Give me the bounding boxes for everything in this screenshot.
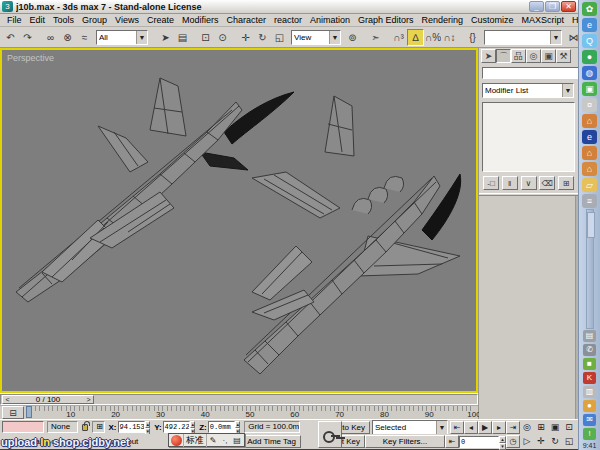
ime-punctuation-icon[interactable]: ·, [219, 436, 231, 445]
dock-shortcut-icon[interactable]: ≡ [582, 194, 597, 208]
dock-scroll-track[interactable] [586, 209, 594, 329]
menu-item[interactable]: Graph Editors [354, 15, 418, 25]
z-spinner[interactable]: ▴▾ [235, 421, 240, 433]
perspective-viewport[interactable]: Perspective [0, 48, 478, 393]
dock-shortcut-icon[interactable]: e [582, 130, 597, 144]
track-bar-slider[interactable] [26, 406, 32, 418]
tray-icon[interactable]: ▤ [583, 330, 596, 342]
next-frame-button[interactable]: ▸ [492, 421, 506, 434]
tray-icon[interactable]: K [583, 372, 596, 384]
menu-item[interactable]: Tools [49, 15, 78, 25]
dock-shortcut-icon[interactable]: ✿ [582, 2, 597, 16]
zoom-all-button[interactable]: ⊞ [534, 421, 548, 434]
percent-snap-toggle-button[interactable]: ∩% [424, 29, 441, 46]
go-to-start-button-2[interactable]: ⇤ [445, 435, 459, 448]
menu-item[interactable]: Create [143, 15, 178, 25]
dock-shortcut-icon[interactable]: ⌂ [582, 162, 597, 176]
selection-lock-icon[interactable] [82, 424, 88, 431]
ime-mode-label[interactable]: 标准 [183, 434, 207, 447]
rectangular-selection-region-button[interactable]: ⊡ [197, 29, 214, 46]
tab-create[interactable]: ➤ [481, 49, 496, 63]
menu-item[interactable]: Views [111, 15, 143, 25]
viewport-label[interactable]: Perspective [7, 53, 54, 63]
zoom-button[interactable]: ◎ [520, 421, 534, 434]
ime-toolbar[interactable]: 标准 ✎ ·, ▤ [168, 433, 245, 447]
spinner-snap-toggle-button[interactable]: ∩↕ [441, 29, 458, 46]
tray-icon[interactable]: ▥ [583, 386, 596, 398]
frame-spinner[interactable]: ▴▾ [499, 436, 506, 448]
ime-keyboard-icon[interactable]: ▤ [231, 436, 243, 445]
angle-snap-toggle-button[interactable]: ∆ [407, 29, 424, 46]
redo-button[interactable]: ↷ [19, 29, 36, 46]
dock-scroll-handle[interactable] [587, 212, 595, 238]
menu-item[interactable]: MAXScript [518, 15, 569, 25]
time-slider-track[interactable]: < 0 / 100 > [0, 394, 478, 405]
selection-filter-dropdown[interactable]: All ▼ [96, 30, 148, 45]
modifier-list-dropdown[interactable]: Modifier List ▼ [482, 83, 574, 98]
ime-pen-icon[interactable]: ✎ [207, 436, 219, 445]
tray-icon[interactable]: ✆ [583, 344, 596, 356]
unlink-selection-button[interactable]: ⊗ [59, 29, 76, 46]
next-frame-arrow[interactable]: > [84, 396, 93, 404]
mirror-button[interactable]: ⋈ [565, 29, 578, 46]
dock-shortcut-icon[interactable]: ● [582, 50, 597, 64]
dock-shortcut-icon[interactable]: ⌂ [582, 114, 597, 128]
field-of-view-button[interactable]: ▷ [520, 435, 534, 448]
arc-rotate-button[interactable]: ↻ [548, 435, 562, 448]
go-to-end-button[interactable]: ⇥ [506, 421, 520, 434]
tab-hierarchy[interactable]: 品 [511, 49, 526, 63]
tray-icon[interactable]: ● [583, 400, 596, 412]
select-and-move-button[interactable]: ✛ [237, 29, 254, 46]
chevron-down-icon[interactable]: ▼ [436, 421, 447, 434]
menu-item[interactable]: Animation [306, 15, 354, 25]
chevron-down-icon[interactable]: ▼ [550, 31, 561, 44]
tab-utilities[interactable]: ⚒ [556, 49, 571, 63]
select-and-rotate-button[interactable]: ↻ [254, 29, 271, 46]
tray-icon[interactable]: ! [583, 428, 596, 440]
restore-button[interactable]: ❐ [545, 1, 560, 12]
go-to-start-button[interactable]: ⇤ [450, 421, 464, 434]
time-configuration-button[interactable]: ◷ [506, 435, 520, 448]
play-button[interactable]: ▶ [478, 421, 492, 434]
chevron-down-icon[interactable]: ▼ [136, 31, 147, 44]
bind-to-space-warp-button[interactable]: ≈ [76, 29, 93, 46]
previous-frame-button[interactable]: ◂ [464, 421, 478, 434]
menu-item[interactable]: Rendering [418, 15, 468, 25]
selection-set-dropdown[interactable]: Selected ▼ [372, 420, 448, 435]
z-coordinate-field[interactable]: 0.0mm [208, 421, 236, 433]
min-max-toggle-button[interactable]: ◱ [562, 435, 576, 448]
menu-item[interactable]: Modifiers [178, 15, 223, 25]
open-mini-curve-editor-button[interactable]: ⊟ [2, 406, 24, 419]
reference-coordinate-system-dropdown[interactable]: View ▼ [291, 30, 341, 45]
chevron-down-icon[interactable]: ▼ [329, 31, 340, 44]
menu-item[interactable]: Group [78, 15, 111, 25]
key-filters-button[interactable]: Key Filters... [365, 435, 445, 448]
absolute-offset-toggle[interactable]: ⊞ [92, 421, 104, 433]
undo-button[interactable]: ↶ [2, 29, 19, 46]
rollout-area[interactable] [479, 195, 578, 419]
select-and-scale-button[interactable]: ◱ [271, 29, 288, 46]
menu-item[interactable]: Edit [26, 15, 50, 25]
menu-item[interactable]: Customize [467, 15, 518, 25]
select-object-button[interactable]: ➤ [157, 29, 174, 46]
menu-item[interactable]: Character [222, 15, 270, 25]
ime-logo-icon[interactable] [171, 435, 182, 446]
tab-motion[interactable]: ◎ [526, 49, 541, 63]
make-unique-button[interactable]: ∨ [521, 176, 537, 190]
modifier-stack-list[interactable] [482, 102, 575, 172]
pin-stack-button[interactable]: -□ [483, 176, 499, 190]
viewport-canvas[interactable] [2, 50, 476, 391]
menu-item[interactable]: reactor [270, 15, 306, 25]
x-coordinate-field[interactable]: 94.153mm [118, 421, 146, 433]
dock-shortcut-icon[interactable]: ⌂ [582, 146, 597, 160]
named-selection-sets-dropdown[interactable]: ▼ [484, 30, 562, 45]
minimize-button[interactable]: _ [529, 1, 544, 12]
chevron-down-icon[interactable]: ▼ [562, 84, 573, 97]
snap-toggle-3d-button[interactable]: ∩³ [390, 29, 407, 46]
close-button[interactable]: ✕ [561, 1, 576, 12]
use-pivot-point-center-button[interactable]: ⊚ [344, 29, 361, 46]
current-frame-field[interactable]: 0 [459, 436, 499, 448]
tab-modify[interactable]: ⌒ [496, 49, 511, 63]
dock-shortcut-icon[interactable]: ▣ [582, 82, 597, 96]
edit-named-selection-sets-button[interactable]: {} [464, 29, 481, 46]
